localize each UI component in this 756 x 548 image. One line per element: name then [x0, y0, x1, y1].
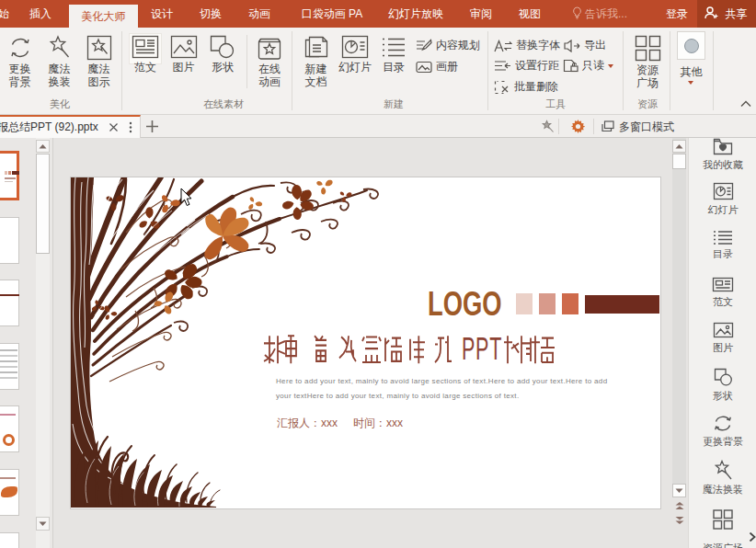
- svg-text:PPT: PPT: [462, 334, 502, 366]
